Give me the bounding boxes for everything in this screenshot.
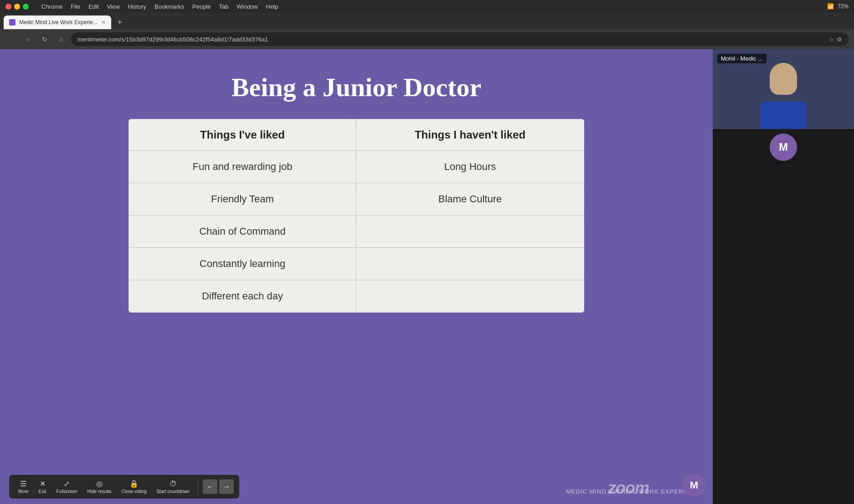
zoom-local-avatar: M [770,134,797,161]
fullscreen-icon: ⤢ [64,479,70,488]
menu-help[interactable]: Help [266,3,278,10]
mac-menu-bar: Chrome File Edit View History Bookmarks … [41,3,278,10]
menu-chrome[interactable]: Chrome [41,3,62,10]
menu-view[interactable]: View [107,3,120,10]
bookmark-icon[interactable]: ☆ [828,36,834,43]
liked-row-3: Chain of Command [129,215,356,247]
nav-bar: ‹ › ↻ ⌂ mentimeter.com/s/15b3d97d299cfd4… [0,29,854,49]
menu-window[interactable]: Window [237,3,258,10]
hide-results-label: Hide results [87,489,112,494]
exit-button[interactable]: ✕ Exit [35,478,50,496]
person-head [770,63,797,95]
person-body [761,102,806,129]
url-text: mentimeter.com/s/15b3d97d299cfd46cb508c2… [77,36,268,43]
fullscreen-button[interactable]: ⤢ Fullscreen [52,478,81,496]
exit-icon: ✕ [40,479,46,488]
tab-favicon [9,19,15,26]
menu-bookmarks[interactable]: Bookmarks [154,3,184,10]
liked-row-1: Fun and rewarding job [129,150,356,183]
address-bar-icons: ☆ ⚙ [828,36,842,43]
participant-name-badge: Mohil - Medic ... [717,54,767,63]
zoom-bottom-right-avatar: M [683,474,705,497]
toolbar-separator [198,480,198,494]
mac-top-bar: Chrome File Edit View History Bookmarks … [0,0,854,13]
close-voting-button[interactable]: 🔒 Close voting [118,478,150,496]
hide-results-icon: ◎ [96,479,103,488]
prev-slide-button[interactable]: ← [203,479,217,494]
wifi-icon: 📶 [827,3,834,10]
next-slide-button[interactable]: → [219,479,234,494]
liked-row-4: Constantly learning [129,247,356,280]
fullscreen-label: Fullscreen [56,489,77,494]
menu-file[interactable]: File [71,3,80,10]
menu-tab[interactable]: Tab [219,3,229,10]
m-avatar-icon: M [683,474,705,497]
main-layout: Being a Junior Doctor Things I've liked … [0,49,854,504]
traffic-lights [5,4,29,10]
not-liked-row-5 [356,280,584,312]
more-button[interactable]: ☰ More [15,478,32,496]
countdown-icon: ⏱ [170,480,177,488]
hide-results-button[interactable]: ◎ Hide results [84,478,115,496]
maximize-traffic-light[interactable] [23,4,29,10]
tab-close-button[interactable]: ✕ [101,19,106,26]
liked-row-2: Friendly Team [129,183,356,215]
countdown-label: Start countdown [156,489,189,494]
toolbar: ☰ More ✕ Exit ⤢ Fullscreen ◎ Hide result… [9,475,239,499]
minimize-traffic-light[interactable] [14,4,20,10]
col-not-liked-header: Things I haven't liked [356,119,584,150]
extensions-icon[interactable]: ⚙ [837,36,842,43]
col-liked-header: Things I've liked [129,119,356,150]
liked-row-5: Different each day [129,280,356,312]
comparison-table: Things I've liked Things I haven't liked… [129,119,584,313]
forward-button[interactable]: › [22,33,35,46]
battery-icon: 72% [838,3,849,10]
reload-button[interactable]: ↻ [38,33,51,46]
close-traffic-light[interactable] [5,4,11,10]
home-button[interactable]: ⌂ [55,33,67,46]
tab-title: Medic Mind Live Work Experie... [19,19,98,26]
zoom-participant-tile: Mohil - Medic ... [713,49,854,129]
exit-label: Exit [39,489,46,494]
table-header: Things I've liked Things I haven't liked [129,119,584,150]
not-liked-row-4 [356,247,584,280]
slide-title: Being a Junior Doctor [232,72,481,103]
zoom-rest-panel: M [713,129,854,504]
not-liked-row-1: Long Hours [356,150,584,183]
menu-history[interactable]: History [128,3,146,10]
mac-status-bar: 📶 72% [827,3,849,10]
more-label: More [18,489,29,494]
back-button[interactable]: ‹ [5,33,18,46]
more-icon: ☰ [20,479,26,488]
zoom-panel: Mohil - Medic ... M [713,49,854,504]
tab-bar: Medic Mind Live Work Experie... ✕ + [0,13,854,29]
table-body: Fun and rewarding job Long Hours Friendl… [129,150,584,312]
not-liked-row-2: Blame Culture [356,183,584,215]
countdown-button[interactable]: ⏱ Start countdown [153,478,193,496]
address-bar[interactable]: mentimeter.com/s/15b3d97d299cfd46cb508c2… [71,32,849,46]
toolbar-nav: ← → [203,479,234,494]
menu-people[interactable]: People [192,3,211,10]
active-tab[interactable]: Medic Mind Live Work Experie... ✕ [4,15,111,29]
not-liked-row-3 [356,215,584,247]
menu-edit[interactable]: Edit [88,3,98,10]
presentation-area: Being a Junior Doctor Things I've liked … [0,49,713,504]
new-tab-button[interactable]: + [114,16,126,28]
close-voting-icon: 🔒 [129,479,139,488]
close-voting-label: Close voting [121,489,146,494]
